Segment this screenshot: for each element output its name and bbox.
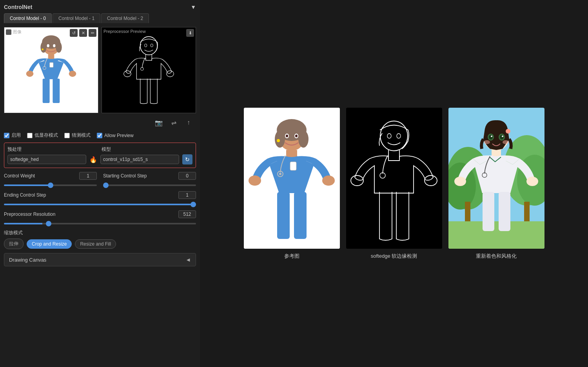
fire-icon[interactable]: 🔥 [89, 156, 97, 163]
preprocessor-section-label: 预处理 [7, 146, 98, 153]
tab-control-model-2[interactable]: Control Model - 2 [101, 13, 149, 23]
svg-point-63 [503, 140, 509, 144]
ending-step-header: Ending Control Step 1 [4, 191, 196, 199]
svg-rect-34 [277, 192, 290, 239]
svg-point-30 [295, 134, 298, 137]
svg-point-62 [484, 140, 490, 144]
enable-checkbox[interactable] [4, 133, 9, 138]
camera-action-btn[interactable]: 📷 [153, 117, 164, 128]
preprocessor-edge-image [102, 27, 196, 113]
tab-bar: Control Model - 0 Control Model - 1 Cont… [4, 13, 196, 23]
svg-point-9 [69, 71, 76, 77]
preprocessor-res-value[interactable]: 512 [178, 210, 196, 218]
allow-preview-checkbox-item[interactable]: Allow Preview [97, 133, 134, 138]
enable-label: 启用 [11, 132, 21, 139]
guess-mode-label: 猜测模式 [72, 132, 91, 139]
drawing-canvas-section[interactable]: Drawing Canvas ◄ [4, 253, 196, 266]
svg-point-14 [42, 49, 44, 51]
model-refresh-btn[interactable]: ↻ [182, 154, 192, 165]
preprocessor-image-controls: ⬇ [186, 29, 194, 37]
svg-point-32 [249, 175, 261, 186]
svg-point-59 [500, 135, 504, 139]
allow-preview-label: Allow Preview [104, 133, 134, 138]
svg-rect-13 [50, 63, 53, 67]
double-slider-row: Control Weight 1 Starting Control Step 0 [4, 172, 196, 191]
ending-step-slider[interactable] [4, 204, 196, 205]
zoom-radio-group: 拉伸 Crop and Resize Resize and Fill [4, 239, 196, 249]
svg-rect-10 [43, 79, 50, 103]
tab-control-model-1[interactable]: Control Model - 1 [53, 13, 100, 23]
zoom-mode-label: 缩放模式 [4, 230, 196, 236]
svg-point-3 [40, 42, 47, 53]
control-weight-slider-container: Control Weight 1 [4, 172, 97, 187]
action-row: 📷 ⇌ ↑ [4, 117, 196, 128]
gallery-row: 参考图 [244, 108, 544, 260]
control-weight-label: Control Weight [4, 173, 35, 179]
preprocessor-res-slider[interactable] [4, 223, 196, 224]
svg-rect-67 [483, 192, 494, 231]
image-icon [6, 29, 11, 35]
gallery-caption-ref: 参考图 [284, 253, 299, 260]
image-row: 图像 ↺ ✕ ✏ [4, 27, 196, 113]
preprocessor-select[interactable]: softedge_hed [7, 155, 86, 164]
edit-image-btn[interactable]: ✏ [89, 29, 96, 37]
enable-checkbox-item[interactable]: 启用 [4, 132, 21, 139]
model-row-selects: softedge_hed 🔥 control_v11p_sd15_s ↻ [7, 154, 192, 165]
svg-rect-11 [53, 79, 60, 103]
left-panel: ControlNet ▼ Control Model - 0 Control M… [0, 0, 200, 367]
control-weight-slider[interactable] [4, 184, 97, 186]
control-weight-value[interactable]: 1 [79, 172, 97, 180]
gallery-ref-image [244, 108, 340, 249]
preprocessor-preview-box[interactable]: Preprocessor Preview ⬇ [102, 27, 196, 113]
source-image-box[interactable]: 图像 ↺ ✕ ✏ [4, 27, 98, 113]
tab-control-model-0[interactable]: Control Model - 0 [4, 13, 52, 23]
panel-collapse-arrow[interactable]: ▼ [191, 4, 196, 10]
zoom-fill-btn[interactable]: Resize and Fill [75, 239, 116, 249]
zoom-stretch-btn[interactable]: 拉伸 [4, 239, 24, 249]
gallery-item-edge: softedge 软边缘检测 [346, 108, 442, 260]
svg-point-8 [26, 71, 34, 77]
svg-point-70 [506, 129, 510, 134]
guess-mode-checkbox-item[interactable]: 猜测模式 [64, 132, 91, 139]
svg-point-58 [489, 135, 493, 139]
svg-rect-40 [346, 108, 442, 249]
allow-preview-checkbox[interactable] [97, 133, 102, 138]
svg-point-37 [279, 173, 281, 175]
upload-action-btn[interactable]: ↑ [183, 117, 194, 128]
right-panel: 参考图 [200, 0, 588, 367]
model-section-label: 模型 [102, 146, 192, 153]
low-vram-label: 低显存模式 [34, 132, 58, 139]
low-vram-checkbox-item[interactable]: 低显存模式 [27, 132, 58, 139]
starting-step-slider[interactable] [103, 184, 196, 186]
swap-action-btn[interactable]: ⇌ [168, 117, 179, 128]
model-select[interactable]: control_v11p_sd15_s [100, 155, 179, 164]
svg-point-26 [298, 130, 309, 148]
drawing-canvas-arrow: ◄ [185, 257, 191, 263]
svg-point-4 [56, 42, 62, 53]
svg-point-39 [277, 139, 280, 142]
guess-mode-checkbox[interactable] [64, 133, 70, 138]
svg-point-25 [275, 130, 285, 148]
preprocessor-res-label: Preprocessor Resolution [4, 212, 55, 217]
control-weight-header: Control Weight 1 [4, 172, 97, 180]
low-vram-checkbox[interactable] [27, 133, 33, 138]
gallery-styled-bg [448, 108, 544, 249]
svg-rect-15 [118, 27, 180, 113]
svg-point-61 [502, 136, 503, 137]
download-preprocessor-btn[interactable]: ⬇ [186, 29, 194, 37]
starting-step-value[interactable]: 0 [178, 172, 196, 180]
zoom-crop-btn[interactable]: Crop and Resize [27, 239, 72, 249]
model-row-labels: 预处理 模型 [7, 146, 192, 153]
svg-point-33 [322, 175, 335, 186]
ending-step-value[interactable]: 1 [178, 191, 196, 199]
svg-rect-68 [499, 192, 510, 231]
svg-point-6 [53, 44, 55, 47]
gallery-item-ref: 参考图 [244, 108, 340, 260]
svg-rect-53 [465, 202, 470, 221]
close-image-btn[interactable]: ✕ [79, 29, 87, 37]
model-area: 预处理 模型 softedge_hed 🔥 control_v11p_sd15_… [4, 143, 196, 168]
gallery-ref-bg [244, 108, 340, 249]
refresh-image-btn[interactable]: ↺ [70, 29, 78, 37]
gallery-caption-edge: softedge 软边缘检测 [371, 253, 417, 260]
ending-step-label: Ending Control Step [4, 192, 46, 198]
